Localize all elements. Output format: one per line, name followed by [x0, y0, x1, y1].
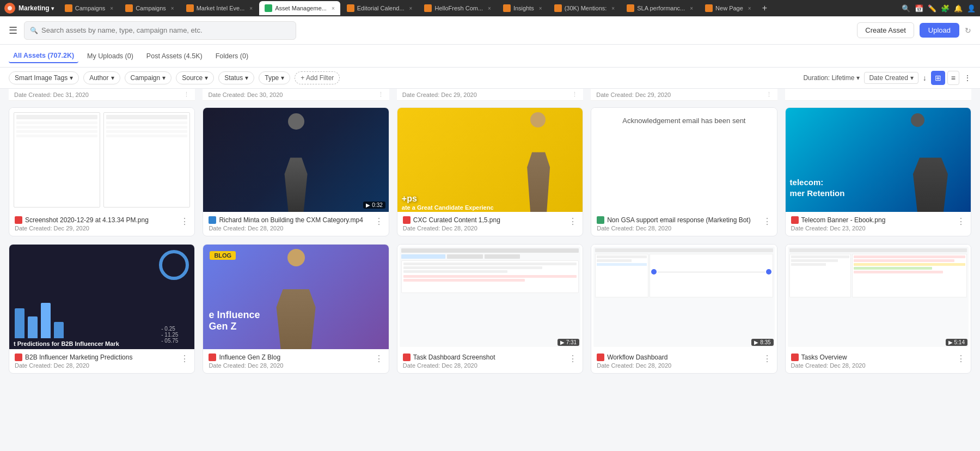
filter-tab-post-assets[interactable]: Post Assets (4.5K)	[142, 50, 207, 63]
browser-tab-hellofresh[interactable]: HelloFresh Com... ×	[419, 1, 496, 15]
asset-more-menu[interactable]: ⋮	[180, 354, 189, 364]
tab-close-btn[interactable]: ×	[488, 5, 491, 11]
app-logo	[4, 3, 15, 14]
grid-view-button[interactable]: ⊞	[931, 71, 945, 85]
filter-tab-my-uploads[interactable]: My Uploads (0)	[83, 50, 138, 63]
browser-tab-market-intel[interactable]: Market Intel Eve... ×	[181, 1, 259, 15]
filter-right-controls: Duration: Lifetime ▾ Date Created ▾ ↓ ⊞ …	[803, 71, 971, 85]
search-browser-icon[interactable]: 🔍	[902, 4, 910, 13]
tab-label: (30K) Mentions:	[565, 5, 607, 11]
toolbar-right: Create Asset Upload ↻	[857, 22, 971, 38]
refresh-icon[interactable]: ↻	[965, 26, 971, 35]
browser-tab-new-page[interactable]: New Page ×	[700, 1, 757, 15]
video-duration-badge: ▶8:35	[751, 339, 773, 346]
tab-close-btn[interactable]: ×	[249, 5, 253, 11]
add-filter-button[interactable]: + Add Filter	[295, 71, 340, 84]
filter-source[interactable]: Source ▾	[176, 71, 214, 84]
search-input[interactable]	[41, 26, 290, 34]
more-options-icon[interactable]: ⋮	[964, 74, 971, 82]
tab-label: Market Intel Eve...	[197, 5, 245, 11]
extensions-icon[interactable]: 🧩	[941, 4, 950, 13]
asset-more-menu[interactable]: ⋮	[180, 216, 189, 227]
filter-campaign[interactable]: Campaign ▾	[125, 71, 172, 84]
asset-date: Date Created: Dec 23, 2020	[791, 225, 954, 231]
filter-tab-all-assets[interactable]: All Assets (707.2K)	[9, 49, 78, 63]
asset-more-menu[interactable]: ⋮	[375, 216, 383, 227]
asset-card[interactable]: telecom:mer Retention Telecom Banner - E…	[785, 107, 971, 236]
tab-close-btn[interactable]: ×	[690, 5, 693, 11]
asset-date: Date Created: Dec 28, 2020	[597, 225, 760, 231]
alerts-icon[interactable]: 🔔	[954, 4, 963, 13]
filter-status[interactable]: Status ▾	[218, 71, 254, 84]
app-name[interactable]: Campaigns Marketing ▾	[19, 4, 54, 12]
date-strip-5	[785, 89, 971, 101]
browser-tab-sla[interactable]: SLA performanc... ×	[621, 1, 699, 15]
filter-tab-folders[interactable]: Folders (0)	[211, 50, 253, 63]
asset-info: CXC Curated Content 1,5.png Date Created…	[403, 216, 566, 231]
duration-filter[interactable]: Duration: Lifetime ▾	[803, 74, 860, 82]
asset-card[interactable]: +ps ate a Great Candidate Experienc CXC …	[397, 107, 583, 236]
create-asset-button[interactable]: Create Asset	[857, 22, 914, 38]
browser-tab-campaigns-2[interactable]: Campaigns ×	[120, 1, 179, 15]
asset-name: Influence Gen Z Blog	[209, 354, 372, 361]
search-icon: 🔍	[30, 27, 38, 34]
asset-footer: Telecom Banner - Ebook.png Date Created:…	[786, 212, 971, 236]
more-vert-icon[interactable]: ⋮	[766, 91, 772, 98]
asset-more-menu[interactable]: ⋮	[568, 354, 577, 364]
asset-thumbnail	[9, 108, 194, 212]
filter-smart-image-tags[interactable]: Smart Image Tags ▾	[9, 71, 79, 84]
asset-more-menu[interactable]: ⋮	[375, 354, 383, 364]
asset-card[interactable]: ▶5:14 Tasks Overview Date Created: Dec 2…	[785, 244, 971, 373]
asset-card[interactable]: Acknowledgement email has been sent Non …	[591, 107, 777, 236]
asset-more-menu[interactable]: ⋮	[763, 354, 771, 364]
filter-label: Smart Image Tags	[15, 74, 68, 82]
asset-card[interactable]: ▶0:32 Richard Minta on Building the CXM …	[203, 107, 389, 236]
tab-close-btn[interactable]: ×	[409, 5, 413, 11]
browser-tab-asset-mgmt[interactable]: Asset Manageme... ×	[259, 1, 340, 15]
asset-info: Richard Minta on Building the CXM Catego…	[209, 216, 372, 231]
tab-favicon	[186, 4, 194, 12]
tab-close-btn[interactable]: ×	[748, 5, 751, 11]
file-type-icon	[791, 216, 799, 224]
calendar-icon[interactable]: 📅	[915, 4, 923, 13]
asset-more-menu[interactable]: ⋮	[568, 216, 577, 227]
asset-date: Date Created: Dec 28, 2020	[791, 362, 954, 369]
asset-more-menu[interactable]: ⋮	[957, 216, 965, 227]
asset-more-menu[interactable]: ⋮	[957, 354, 965, 364]
browser-tab-campaigns-1[interactable]: Campaigns ×	[59, 1, 119, 15]
profile-icon[interactable]: 👤	[967, 4, 976, 13]
asset-info: B2B Influencer Marketing Predictions Dat…	[15, 354, 178, 369]
asset-more-menu[interactable]: ⋮	[763, 216, 771, 227]
more-vert-icon[interactable]: ⋮	[378, 91, 384, 98]
sort-direction-button[interactable]: ↓	[923, 74, 927, 82]
filter-type[interactable]: Type ▾	[259, 71, 290, 84]
upload-button[interactable]: Upload	[920, 23, 959, 38]
asset-card[interactable]: ▶8:35 Workflow Dashboard Date Created: D…	[591, 244, 777, 373]
filter-author[interactable]: Author ▾	[83, 71, 120, 84]
sort-select[interactable]: Date Created ▾	[864, 72, 918, 84]
tab-label: Campaigns	[136, 5, 166, 11]
asset-card[interactable]: Screenshot 2020-12-29 at 4.13.34 PM.png …	[9, 107, 195, 236]
date-strip-2: Date Created: Dec 30, 2020 ⋮	[203, 89, 389, 101]
edit-icon[interactable]: ✏️	[928, 4, 936, 13]
hamburger-menu[interactable]: ☰	[9, 25, 17, 36]
tab-close-btn[interactable]: ×	[332, 5, 335, 11]
tab-close-btn[interactable]: ×	[611, 5, 615, 11]
video-duration-badge: ▶5:14	[946, 339, 967, 346]
asset-card[interactable]: - 0.25- 11.25- 05.75 t Predictions for B…	[9, 244, 195, 373]
tab-close-btn[interactable]: ×	[110, 5, 113, 11]
browser-tab-editorial[interactable]: Editorial Calend... ×	[341, 1, 418, 15]
more-vert-icon[interactable]: ⋮	[183, 91, 189, 98]
asset-thumbnail: telecom:mer Retention	[786, 108, 971, 212]
tab-close-btn[interactable]: ×	[539, 5, 542, 11]
new-tab-button[interactable]: +	[760, 3, 769, 13]
tab-close-btn[interactable]: ×	[171, 5, 174, 11]
asset-info: Telecom Banner - Ebook.png Date Created:…	[791, 216, 954, 231]
asset-card[interactable]: BLOG e InfluenceGen Z Influence Gen Z Bl…	[203, 244, 389, 373]
asset-card[interactable]: ▶7:31 Task Dashboard Screenshot Date Cre…	[397, 244, 583, 373]
more-vert-icon[interactable]: ⋮	[572, 91, 578, 98]
browser-tab-insights[interactable]: Insights ×	[498, 1, 548, 15]
browser-tab-mentions[interactable]: (30K) Mentions: ×	[549, 1, 621, 15]
list-view-button[interactable]: ≡	[947, 71, 959, 85]
chevron-down-icon: ▾	[205, 74, 208, 82]
